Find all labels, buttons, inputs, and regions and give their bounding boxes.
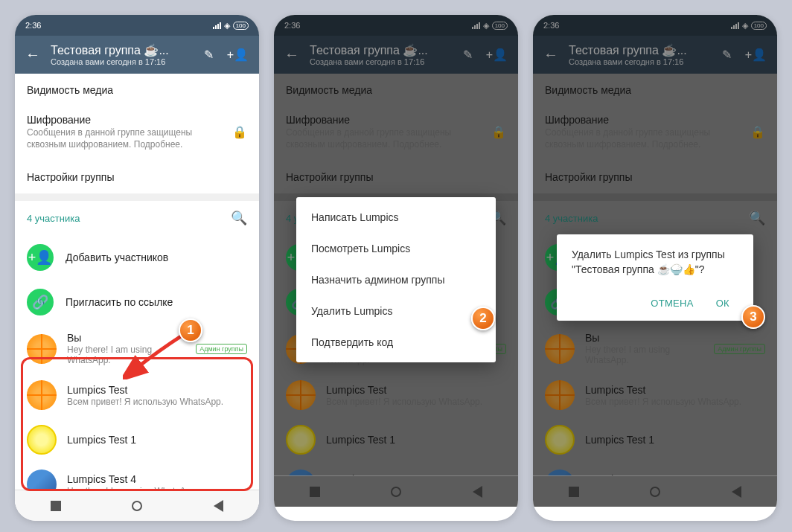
menu-code[interactable]: Подтвердить код [296,327,496,358]
participants-count: 4 участника [27,213,80,224]
group-settings-row[interactable]: Настройки группы [15,161,259,193]
cancel-button[interactable]: ОТМЕНА [642,292,702,315]
lock-icon: 🔒 [232,125,247,139]
media-visibility-row[interactable]: Видимость медиа [15,74,259,106]
invite-link-row[interactable]: 🔗 Пригласить по ссылке [15,280,259,324]
group-title: Тестовая группа ☕... [51,43,194,57]
edit-icon: ✎ [463,48,473,62]
title-block[interactable]: Тестовая группа ☕... Создана вами сегодн… [51,43,194,66]
status-bar: 2:36 ◈100 [274,15,518,36]
menu-admin[interactable]: Назначить админом группы [296,264,496,295]
dialog-text: Удалить Lumpics Test из группы "Тестовая… [572,248,738,277]
member-lumpics-test-1[interactable]: Lumpics Test 1 [15,417,259,462]
search-icon[interactable]: 🔍 [231,210,247,226]
phone-screen-3: 2:36◈100 ←Тестовая группа ☕...Создана ва… [533,15,777,521]
app-bar: ← Тестовая группа ☕... Создана вами сего… [15,36,259,74]
participants-header: 4 участника 🔍 [15,201,259,235]
confirm-dialog: Удалить Lumpics Test из группы "Тестовая… [557,234,753,321]
signal-icon [213,22,221,29]
link-icon: 🔗 [27,289,54,315]
menu-write[interactable]: Написать Lumpics [296,202,496,233]
menu-remove[interactable]: Удалить Lumpics [296,295,496,327]
back-icon: ← [284,46,299,63]
admin-badge: Админ группы [196,344,247,354]
status-bar: 2:36 ◈ 100 [15,15,259,36]
context-menu: Написать Lumpics Посмотреть Lumpics Назн… [296,197,496,362]
step-3-badge: 3 [741,305,765,329]
phone-screen-2: 2:36 ◈100 ← Тестовая группа ☕... Создана… [274,15,518,521]
avatar [27,380,57,410]
edit-icon[interactable]: ✎ [204,48,214,62]
ok-button[interactable]: ОК [707,292,738,315]
add-person-icon: +👤 [486,48,508,62]
app-bar: ← Тестовая группа ☕... Создана вами сего… [274,36,518,74]
nav-home-icon[interactable] [132,501,142,511]
group-subtitle: Создана вами сегодня в 17:16 [51,57,194,66]
phone-screen-1: 2:36 ◈ 100 ← Тестовая группа ☕... Создан… [15,15,259,521]
step-2-badge: 2 [471,307,495,330]
add-person-icon[interactable]: +👤 [227,48,249,62]
member-lumpics-test[interactable]: Lumpics Test Всем привет! Я использую Wh… [15,373,259,417]
menu-view[interactable]: Посмотреть Lumpics [296,233,496,264]
back-icon[interactable]: ← [25,46,40,63]
encryption-row[interactable]: Шифрование Сообщения в данной группе защ… [15,106,259,161]
status-icons: ◈ 100 [213,21,249,31]
nav-recent-icon[interactable] [51,501,61,511]
step-1-badge: 1 [179,318,202,342]
divider [15,193,259,201]
add-icon: +👤 [27,244,54,271]
avatar [27,334,57,364]
battery-icon: 100 [233,22,249,30]
avatar [27,425,57,455]
wifi-icon: ◈ [224,21,230,31]
status-time: 2:36 [25,21,41,30]
nav-back-icon[interactable] [214,500,223,512]
member-you[interactable]: Вы Hey there! I am using WhatsApp. Админ… [15,324,259,373]
add-participants-row[interactable]: +👤 Добавить участников [15,235,259,280]
nav-bar [15,490,259,521]
